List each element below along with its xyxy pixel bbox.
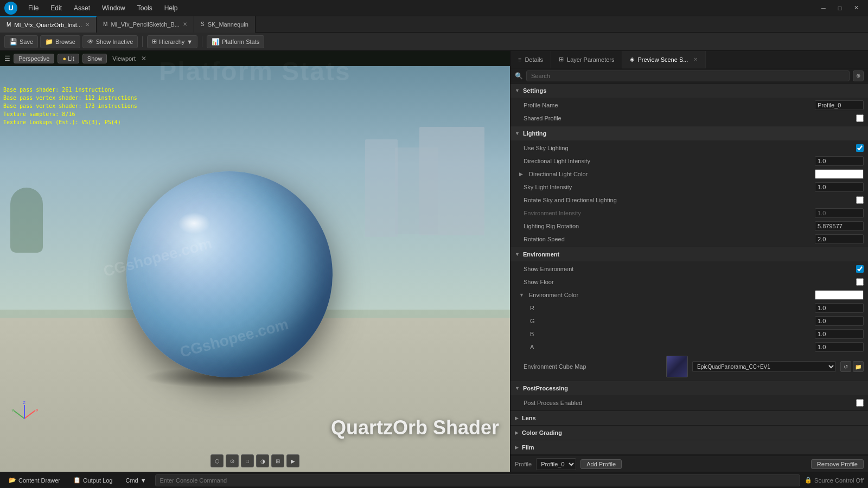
vp-ctrl-4[interactable]: ◑	[256, 454, 269, 467]
tab-layer-parameters[interactable]: ⊞ Layer Parameters	[551, 51, 622, 68]
show-environment-row: Show Environment	[510, 262, 868, 275]
lighting-rig-rotation-input[interactable]	[815, 221, 864, 231]
shared-profile-checkbox[interactable]	[856, 114, 864, 122]
rotate-sky-checkbox[interactable]	[856, 196, 864, 204]
console-command-input[interactable]	[155, 474, 800, 486]
menu-edit[interactable]: Edit	[45, 3, 67, 13]
vp-ctrl-2[interactable]: ⊙	[226, 454, 239, 467]
tab-pencilsketch[interactable]: M MI_Vfx_PencilSketch_B... ✕	[97, 16, 194, 33]
profile-select[interactable]: Profile_0	[536, 458, 576, 470]
tab-close-pencilsketch[interactable]: ✕	[183, 21, 187, 27]
hierarchy-dropdown[interactable]: ⊞ Hierarchy ▼	[147, 35, 197, 48]
environment-color-b-input[interactable]	[815, 329, 864, 339]
search-input[interactable]	[526, 70, 850, 81]
show-environment-checkbox[interactable]	[856, 265, 864, 273]
viewport-close-button[interactable]: ✕	[141, 55, 146, 62]
viewport-menu-icon[interactable]: ☰	[4, 55, 10, 62]
show-button[interactable]: Show	[82, 54, 107, 63]
toolbar-separator-2	[202, 36, 202, 47]
post-processing-section-header[interactable]: ▼ PostProcessing	[510, 381, 868, 395]
tab-quartzorb[interactable]: M MI_Vfx_QuartzOrb_Inst... ✕	[0, 16, 97, 33]
browse-button[interactable]: 📁 Browse	[40, 35, 80, 48]
environment-color-a-input[interactable]	[815, 342, 864, 352]
environment-intensity-input[interactable]	[815, 208, 864, 218]
environment-section-title: Environment	[523, 251, 559, 258]
lit-button[interactable]: ● Lit	[58, 54, 79, 63]
add-profile-button[interactable]: Add Profile	[580, 459, 622, 469]
show-inactive-button[interactable]: 👁 Show Inactive	[82, 35, 138, 48]
cmd-label: Cmd	[125, 477, 138, 484]
environment-color-row[interactable]: ▼ Environment Color	[510, 288, 868, 301]
stats-line-1: Base pass shader: 261 instructions	[3, 86, 137, 94]
vp-ctrl-5[interactable]: ⊞	[271, 454, 284, 467]
maximize-button[interactable]: □	[832, 3, 847, 14]
profile-bar: Profile Profile_0 Add Profile Remove Pro…	[510, 455, 868, 472]
vp-ctrl-1[interactable]: ⬡	[210, 454, 224, 467]
settings-section-header[interactable]: ▼ Settings	[510, 84, 868, 98]
rotation-speed-input[interactable]	[815, 234, 864, 244]
platform-stats-button[interactable]: 📊 Platform Stats	[207, 35, 264, 48]
menu-tools[interactable]: Tools	[132, 3, 158, 13]
environment-color-swatch[interactable]	[815, 290, 864, 300]
menu-window[interactable]: Window	[97, 3, 131, 13]
show-environment-label: Show Environment	[524, 266, 852, 272]
menu-help[interactable]: Help	[159, 3, 183, 13]
environment-intensity-label: Environment Intensity	[524, 210, 810, 216]
tab-details[interactable]: ≡ Details	[510, 51, 551, 68]
environment-color-chevron-icon: ▼	[519, 292, 525, 298]
environment-color-r-row: R	[510, 301, 868, 314]
source-control-icon: 🔒	[805, 477, 812, 484]
viewport-background: CGshopee.com CGshopee.com Base pass shad…	[0, 66, 510, 472]
save-label: Save	[20, 38, 33, 45]
lighting-section-header[interactable]: ▼ Lighting	[510, 126, 868, 140]
cube-map-select[interactable]: EpicQuadPanorama_CC+EV1	[692, 361, 836, 372]
save-button[interactable]: 💾 Save	[4, 35, 38, 48]
menu-file[interactable]: File	[23, 3, 44, 13]
toolbar-separator-1	[142, 36, 143, 47]
show-floor-checkbox[interactable]	[856, 278, 864, 286]
profile-label: Profile	[515, 461, 532, 467]
preview-tab-close[interactable]: ✕	[693, 56, 698, 62]
perspective-button[interactable]: Perspective	[14, 54, 54, 63]
color-grading-section-header[interactable]: ▶ Color Grading	[510, 426, 868, 440]
film-section-header[interactable]: ▶ Film	[510, 440, 868, 454]
profile-name-input[interactable]	[815, 100, 864, 110]
output-log-button[interactable]: 📋 Output Log	[69, 476, 117, 485]
directional-light-color-swatch[interactable]	[815, 169, 864, 179]
post-process-enabled-checkbox[interactable]	[856, 399, 864, 407]
cmd-button[interactable]: Cmd ▼	[121, 476, 150, 485]
save-icon: 💾	[9, 38, 17, 46]
hierarchy-icon: ⊞	[152, 38, 157, 45]
sky-light-intensity-input[interactable]	[815, 182, 864, 192]
environment-section-header[interactable]: ▼ Environment	[510, 247, 868, 261]
remove-profile-button[interactable]: Remove Profile	[811, 459, 864, 469]
tab-mannequin[interactable]: S SK_Mannequin	[194, 16, 256, 33]
menu-asset[interactable]: Asset	[68, 3, 95, 13]
content-drawer-button[interactable]: 📂 Content Drawer	[4, 476, 65, 485]
lens-section-header[interactable]: ▶ Lens	[510, 411, 868, 425]
shared-profile-row: Shared Profile	[510, 112, 868, 125]
environment-color-r-input[interactable]	[815, 303, 864, 313]
use-sky-lighting-checkbox[interactable]	[856, 144, 864, 152]
environment-color-g-input[interactable]	[815, 316, 864, 326]
profile-name-row: Profile Name	[510, 99, 868, 112]
vp-ctrl-6[interactable]: ▶	[286, 454, 299, 467]
preview-scene-icon: ◈	[630, 56, 634, 63]
tab-close-quartzorb[interactable]: ✕	[85, 22, 90, 28]
directional-light-intensity-row: Directional Light Intensity	[510, 155, 868, 168]
title-bar: U File Edit Asset Window Tools Help ─ □ …	[0, 0, 868, 16]
vp-ctrl-3[interactable]: □	[241, 454, 254, 467]
tab-preview-scene[interactable]: ◈ Preview Scene S... ✕	[622, 51, 706, 68]
settings-section: ▼ Settings Profile Name Shared Profile	[510, 84, 868, 126]
minimize-button[interactable]: ─	[816, 3, 831, 14]
directional-light-color-chevron-icon: ▶	[519, 171, 525, 177]
lighting-rig-rotation-row: Lighting Rig Rotation	[510, 220, 868, 233]
settings-section-title: Settings	[523, 87, 546, 94]
directional-light-color-row[interactable]: ▶ Directional Light Color	[510, 168, 868, 181]
cube-map-refresh-button[interactable]: ↺	[840, 361, 851, 372]
cube-map-browse-button[interactable]: 📁	[853, 361, 864, 372]
viewport-canvas[interactable]: CGshopee.com CGshopee.com Base pass shad…	[0, 66, 510, 472]
directional-light-intensity-input[interactable]	[815, 156, 864, 166]
close-button[interactable]: ✕	[848, 3, 864, 14]
panel-action-button[interactable]: ⊕	[853, 70, 864, 81]
